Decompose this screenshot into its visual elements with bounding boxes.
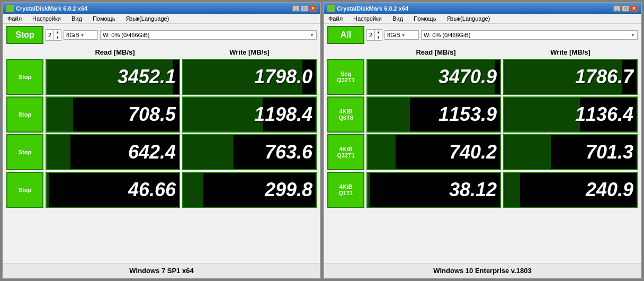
result-row-1: 4KiB Q8T8 1153.9 1136.4	[327, 96, 638, 133]
menu-item-Язык(Language)[interactable]: Язык(Language)	[123, 15, 171, 22]
count-selector[interactable]: 2 ▲ ▼	[366, 29, 382, 41]
read-bar-1	[368, 98, 410, 131]
count-down-arrow[interactable]: ▼	[53, 35, 61, 40]
read-cell-2: 642.4	[46, 134, 180, 170]
read-cell-0: 3470.9	[366, 59, 501, 95]
title-controls[interactable]: _ □ ✕	[292, 5, 317, 12]
menu-item-Язык(Language)[interactable]: Язык(Language)	[444, 15, 492, 22]
read-bar-1	[47, 98, 73, 131]
write-cell-2: 763.6	[182, 134, 317, 170]
read-cell-1: 708.5	[46, 96, 180, 133]
count-up-arrow[interactable]: ▲	[53, 30, 61, 35]
count-arrows[interactable]: ▲ ▼	[53, 30, 61, 40]
write-bar-1	[183, 98, 263, 131]
title-bar: CrystalDiskMark 6.0.2 x64 _ □ ✕	[324, 3, 641, 14]
menu-item-Помощь[interactable]: Помощь	[91, 15, 118, 22]
col-spacer	[6, 48, 48, 56]
row-label-2[interactable]: Stop	[6, 134, 43, 170]
row-label-0[interactable]: Stop	[6, 59, 43, 95]
row-label-1[interactable]: Stop	[6, 96, 43, 133]
col-spacer	[327, 48, 369, 56]
size-arrow: ▼	[80, 33, 85, 38]
write-bar-2	[183, 135, 234, 169]
read-value-0: 3470.9	[439, 66, 497, 88]
menu-item-Файл[interactable]: Файл	[5, 15, 24, 22]
results-area: Read [MB/s]Write [MB/s]Seq Q32T1 3470.9 …	[324, 46, 641, 263]
count-up-arrow[interactable]: ▲	[374, 30, 382, 35]
read-bar-3	[368, 173, 370, 207]
drive-selector[interactable]: W: 0% (0/466GiB)▼	[421, 30, 638, 40]
write-value-3: 299.8	[265, 179, 312, 201]
read-cell-0: 3452.1	[46, 59, 180, 95]
drive-value: W: 0% (0/466GiB)	[424, 32, 630, 38]
read-value-1: 708.5	[128, 103, 176, 126]
menu-bar: ФайлНастройкиВидПомощьЯзык(Language)	[3, 14, 320, 24]
maximize-button[interactable]: □	[622, 5, 629, 12]
count-selector[interactable]: 2 ▲ ▼	[46, 29, 61, 41]
read-bar-3	[47, 173, 49, 207]
maximize-button[interactable]: □	[301, 5, 308, 12]
window-title: CrystalDiskMark 6.0.2 x64	[16, 5, 87, 12]
write-cell-1: 1198.4	[182, 96, 317, 133]
read-value-0: 3452.1	[118, 66, 176, 88]
title-bar: CrystalDiskMark 6.0.2 x64 _ □ ✕	[3, 3, 320, 14]
drive-arrow: ▼	[631, 33, 635, 38]
row-label-0[interactable]: Seq Q32T1	[327, 59, 364, 95]
count-value: 2	[46, 31, 53, 39]
read-value-3: 46.66	[128, 179, 176, 201]
write-cell-2: 701.3	[503, 134, 638, 170]
title-controls[interactable]: _ □ ✕	[613, 5, 638, 12]
write-value-1: 1136.4	[575, 103, 633, 126]
minimize-button[interactable]: _	[613, 5, 621, 12]
read-value-3: 38.12	[449, 179, 497, 201]
size-value: 8GiB	[387, 32, 400, 38]
write-bar-3	[183, 173, 203, 207]
close-button[interactable]: ✕	[630, 5, 638, 12]
drive-value: W: 0% (0/466GiB)	[103, 32, 309, 38]
app-icon	[327, 5, 335, 12]
count-value: 2	[367, 31, 374, 39]
result-row-1: Stop 708.5 1198.4	[6, 96, 317, 133]
menu-item-Вид[interactable]: Вид	[390, 15, 405, 22]
read-value-2: 642.4	[128, 141, 176, 163]
count-arrows[interactable]: ▲ ▼	[374, 30, 382, 40]
write-value-2: 701.3	[586, 141, 633, 163]
toolbar: Stop2 ▲ ▼ 8GiB▼W: 0% (0/466GiB)▼	[3, 24, 320, 46]
read-cell-2: 740.2	[366, 134, 501, 170]
row-label-1[interactable]: 4KiB Q8T8	[327, 96, 364, 133]
column-headers: Read [MB/s]Write [MB/s]	[327, 48, 638, 57]
window-2: CrystalDiskMark 6.0.2 x64 _ □ ✕ ФайлНаст…	[323, 2, 642, 279]
size-value: 8GiB	[66, 32, 79, 38]
write-value-1: 1198.4	[254, 103, 312, 126]
write-value-0: 1798.0	[254, 66, 312, 88]
drive-selector[interactable]: W: 0% (0/466GiB)▼	[100, 30, 317, 40]
footer-label: Windows 7 SP1 x64	[3, 263, 320, 278]
size-selector[interactable]: 8GiB▼	[384, 30, 419, 40]
count-down-arrow[interactable]: ▼	[374, 35, 382, 40]
menu-item-Настройки[interactable]: Настройки	[351, 15, 384, 22]
main-action-button[interactable]: Stop	[6, 26, 43, 44]
result-row-3: 4KiB Q1T1 38.12 240.9	[327, 172, 638, 208]
size-arrow: ▼	[401, 33, 406, 38]
size-selector[interactable]: 8GiB▼	[64, 30, 98, 40]
main-action-button[interactable]: All	[327, 26, 364, 44]
read-bar-2	[368, 135, 396, 169]
menu-item-Настройки[interactable]: Настройки	[30, 15, 63, 22]
write-cell-0: 1786.7	[503, 59, 638, 95]
column-header-1: Write [MB/s]	[182, 48, 317, 56]
row-label-2[interactable]: 4KiB Q32T1	[327, 134, 364, 170]
minimize-button[interactable]: _	[292, 5, 300, 12]
window-title: CrystalDiskMark 6.0.2 x64	[337, 5, 408, 12]
column-header-0: Read [MB/s]	[48, 48, 182, 56]
row-label-3[interactable]: 4KiB Q1T1	[327, 172, 364, 208]
menu-item-Вид[interactable]: Вид	[69, 15, 84, 22]
read-value-2: 740.2	[449, 141, 497, 163]
row-label-3[interactable]: Stop	[6, 172, 43, 208]
write-bar-3	[504, 173, 520, 207]
title-bar-left: CrystalDiskMark 6.0.2 x64	[327, 5, 408, 12]
menu-item-Помощь[interactable]: Помощь	[412, 15, 439, 22]
menu-item-Файл[interactable]: Файл	[326, 15, 345, 22]
close-button[interactable]: ✕	[309, 5, 317, 12]
read-cell-3: 38.12	[366, 172, 501, 208]
result-row-0: Seq Q32T1 3470.9 1786.7	[327, 59, 638, 95]
